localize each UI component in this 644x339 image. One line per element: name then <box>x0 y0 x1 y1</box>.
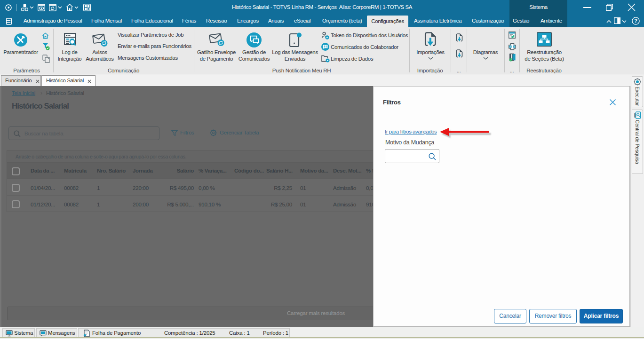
svg-text:?: ? <box>634 18 637 24</box>
